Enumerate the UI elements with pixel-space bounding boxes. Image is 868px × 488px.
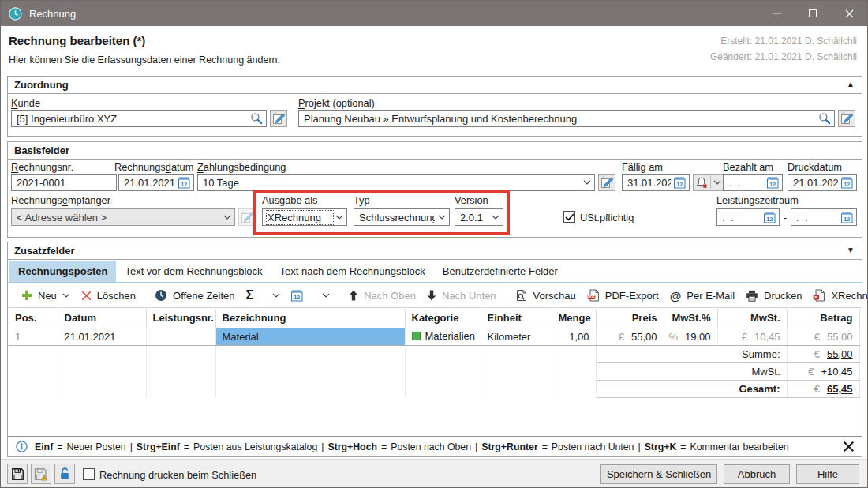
titlebar: Rechnung (1, 1, 867, 26)
save-button[interactable] (7, 464, 28, 484)
svg-text:12: 12 (766, 216, 773, 223)
calendar-icon[interactable]: 12 (767, 177, 779, 189)
pdf-export-button[interactable]: PDF PDF-Export (582, 285, 664, 306)
group-zuordnung-title: Zuordnung (14, 79, 69, 91)
kunde-edit-button[interactable] (270, 110, 287, 127)
rechnungsempfaenger-label: Rechnungsempfänger (11, 194, 110, 206)
leistungszeitraum-von-input[interactable]: . . 12 (716, 208, 780, 226)
cell-menge[interactable]: 1,00 (552, 328, 596, 345)
tab-benutzerdefinierte-felder[interactable]: Benutzerdefinierte Felder (434, 261, 567, 282)
version-select[interactable]: 2.0.1 (455, 208, 503, 226)
cell-datum[interactable]: 21.01.2021 (58, 328, 146, 345)
calendar-icon[interactable]: 12 (841, 212, 853, 223)
help-button[interactable]: Hilfe (796, 464, 859, 484)
bezahlt-am-input[interactable]: . . 12 (723, 174, 783, 191)
cell-betrag[interactable]: €55,00 (787, 328, 859, 345)
rechnungsempfaenger-select[interactable]: < Adresse wählen > (11, 208, 235, 226)
typ-label: Typ (354, 194, 370, 206)
cell-pos[interactable]: 1 (9, 328, 58, 345)
zahlungsbedingung-edit-button[interactable] (598, 174, 615, 191)
ausgabe-als-select[interactable]: XRechnung (262, 208, 347, 226)
cell-mwst[interactable]: €10,45 (717, 328, 787, 345)
faellig-am-input[interactable]: 31.01.2021 12 (622, 174, 690, 191)
per-email-button[interactable]: @ Per E-Mail (664, 285, 740, 306)
group-zuordnung-header: Zuordnung ▲ (8, 77, 862, 94)
cancel-button[interactable]: Abbruch (724, 464, 790, 484)
vorschau-button[interactable]: Vorschau (510, 285, 582, 306)
maximize-button[interactable] (795, 1, 831, 26)
col-pos[interactable]: Pos. (9, 309, 58, 328)
col-kategorie[interactable]: Kategorie (405, 309, 481, 328)
search-icon[interactable] (250, 112, 263, 125)
svg-text:12: 12 (294, 294, 300, 301)
kunde-value: [5] Ingenieurbüro XYZ (17, 113, 247, 125)
search-icon[interactable] (818, 112, 831, 125)
col-datum[interactable]: Datum (58, 309, 146, 328)
calendar-icon[interactable]: 12 (674, 177, 686, 189)
hint-close-icon[interactable] (844, 441, 854, 452)
save-close-button[interactable]: Speichern & Schließen (600, 464, 717, 484)
summe-value: 55,00 (827, 348, 853, 360)
calendar-icon[interactable]: 12 (178, 177, 190, 189)
cell-kategorie[interactable]: Materialien (405, 328, 481, 345)
col-bezeichnung[interactable]: Bezeichnung (215, 309, 405, 328)
calendar-icon[interactable]: 12 (841, 177, 853, 189)
col-menge[interactable]: Menge (552, 309, 596, 328)
neu-button[interactable]: Neu (16, 285, 76, 306)
col-einheit[interactable]: Einheit (481, 309, 552, 328)
col-mwst[interactable]: MwSt. (717, 309, 787, 328)
items-toolbar: Neu Löschen Offene Zeiten Σ 12 (8, 283, 862, 308)
projekt-edit-button[interactable] (838, 110, 855, 127)
edit-icon (840, 112, 854, 125)
nach-oben-button: Nach Oben (343, 285, 421, 306)
kalender-dropdown-button[interactable]: 12 (286, 285, 335, 306)
selected-cell[interactable]: Material (216, 328, 405, 345)
cell-preis[interactable]: €55,00 (596, 328, 664, 345)
cell-einheit[interactable]: Kilometer (481, 328, 552, 345)
ust-pflichtig-checkbox[interactable] (563, 211, 575, 223)
col-mwst-prozent[interactable]: MwSt.% (664, 309, 717, 328)
reminder-button[interactable] (693, 174, 724, 191)
cell-mwst-prozent[interactable]: %19,00 (664, 328, 717, 345)
rechnungsnr-label: Rechnungsnr. (11, 161, 73, 173)
edit-icon (600, 176, 614, 189)
rechnungsdatum-label: Rechnungsdatum (114, 161, 193, 173)
offene-zeiten-button[interactable]: Offene Zeiten (149, 285, 241, 306)
summe-dropdown-button[interactable]: Σ (241, 285, 286, 306)
kunde-input[interactable]: [5] Ingenieurbüro XYZ (11, 110, 267, 127)
chevron-down-icon (223, 215, 231, 220)
rechnungsempfaenger-edit-button (238, 208, 256, 226)
lock-button[interactable] (54, 464, 75, 484)
print-on-close-checkbox[interactable] (83, 468, 95, 480)
tab-text-vor-rechnungsblock[interactable]: Text vor dem Rechnungsblock (116, 261, 271, 282)
close-icon (845, 9, 854, 18)
cell-bezeichnung[interactable]: Material (215, 328, 405, 345)
rechnungsnr-input[interactable]: 2021-0001 (11, 174, 117, 191)
summary-row-summe: Summe: €55,00 (9, 345, 859, 362)
loeschen-button[interactable]: Löschen (76, 285, 141, 306)
mwst-label: MwSt. (751, 366, 780, 377)
drucken-button[interactable]: Drucken (740, 285, 807, 306)
col-leistungsnr[interactable]: Leistungsnr. (146, 309, 215, 328)
print-on-close-label: Rechnung drucken beim Schließen (99, 469, 256, 481)
cell-leistungsnr[interactable] (146, 328, 215, 345)
calendar-icon[interactable]: 12 (764, 212, 776, 223)
projekt-input[interactable]: Planung Neubau » Entwurfsplanung und Kos… (298, 110, 835, 127)
collapse-up-icon[interactable]: ▲ (847, 80, 855, 88)
zahlungsbedingung-select[interactable]: 10 Tage (197, 174, 595, 191)
minimize-button[interactable] (758, 1, 795, 26)
xrechnung-button[interactable]: XRechnung (807, 285, 868, 306)
druckdatum-input[interactable]: 21.01.2021 12 (788, 174, 857, 191)
table-row[interactable]: 1 21.01.2021 Material Materialien Kilome… (9, 328, 859, 345)
typ-select[interactable]: Schlussrechnung (354, 208, 450, 226)
collapse-down-icon[interactable]: ▼ (847, 246, 855, 254)
rechnungsdatum-input[interactable]: 21.01.2021 12 (118, 174, 194, 191)
tab-text-nach-rechnungsblock[interactable]: Text nach dem Rechnungsblock (271, 261, 434, 282)
svg-text:12: 12 (844, 181, 850, 188)
close-button[interactable] (831, 1, 867, 26)
tab-rechnungsposten[interactable]: Rechnungsposten (9, 261, 116, 282)
col-betrag[interactable]: Betrag (787, 309, 859, 328)
col-preis[interactable]: Preis (596, 309, 664, 328)
chevron-down-icon (335, 215, 343, 220)
leistungszeitraum-bis-input[interactable]: . . 12 (791, 208, 857, 226)
